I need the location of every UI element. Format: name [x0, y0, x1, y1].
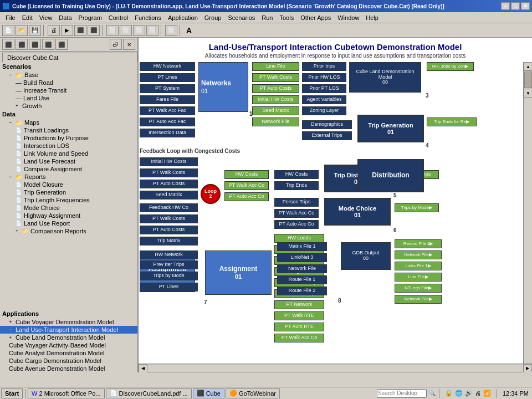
node-line-file2[interactable]: Line File▶	[395, 273, 442, 282]
start-button[interactable]: Start	[1, 388, 23, 398]
node-pt-auto-costs[interactable]: PT Auto Costs	[252, 84, 299, 93]
menu-tools[interactable]: Tools	[276, 13, 297, 22]
taskbar-pdf[interactable]: 📄 DiscoverCubeLand.pdf ...	[106, 388, 192, 398]
menu-functions[interactable]: Functions	[131, 13, 165, 22]
node-pt-walk-costs3[interactable]: PT Walk Costs	[140, 214, 198, 223]
data-highway-assignment[interactable]: 📄Highway Assignment	[0, 212, 137, 219]
scroll-thumb[interactable]	[524, 71, 532, 88]
scroll-left[interactable]: ◀	[139, 364, 147, 373]
node-trip-matrix[interactable]: Trip Matrix	[140, 237, 198, 245]
tool-b2[interactable]: ⬛	[88, 25, 100, 36]
node-network-file4[interactable]: Network File▶	[395, 295, 442, 304]
app-cube-activity[interactable]: Cube Voyager Activity-Based Model	[0, 341, 137, 349]
node-pt-walk-costs2[interactable]: PT Walk Costs	[140, 168, 198, 177]
node-mode-choice[interactable]: Mode Choice 01	[324, 198, 391, 226]
scenario-build-road[interactable]: — Build Road	[0, 79, 137, 86]
node-hw-costs-r[interactable]: HW Costs	[274, 170, 319, 179]
node-matrix-file[interactable]: Matrix File 1	[277, 242, 327, 251]
node-zoning-layer[interactable]: Zoning Layer	[302, 106, 346, 115]
node-hw-loads[interactable]: HW Loads	[274, 234, 324, 243]
node-hw-network[interactable]: HW Network	[140, 62, 195, 71]
panel-btn3[interactable]: ⬛	[29, 39, 41, 50]
node-pt-walk-acc-co[interactable]: PT Walk Acc Co	[224, 181, 269, 190]
node-distribution[interactable]: Distribution	[357, 159, 424, 192]
node-pt-auto-costs3[interactable]: PT Auto Costs	[140, 226, 198, 234]
panel-restore[interactable]: 🗗	[110, 39, 122, 50]
node-pt-walk-acc-low[interactable]: PT Walk Acc Co	[274, 334, 324, 342]
node-pt-walk-acc-t[interactable]: PT Walk Acc Co	[274, 209, 319, 218]
data-reports[interactable]: − 📁 Reports	[0, 173, 137, 181]
node-prior-trips[interactable]: Prior trips	[302, 62, 346, 71]
scenario-increase-transit[interactable]: — Increase Transit	[0, 86, 137, 94]
node-pt-lines[interactable]: PT Lines	[140, 73, 195, 82]
node-initial-hw-costs2[interactable]: Initial HW Costs	[140, 157, 198, 166]
panel-btn5[interactable]: ⬛	[55, 39, 68, 50]
catalog-tab[interactable]: Discover Cube.Cat	[2, 53, 137, 62]
node-network-file[interactable]: Network File	[252, 117, 299, 126]
taskbar-webinar[interactable]: 🟠 GoToWebinar	[226, 388, 280, 398]
node-trip-generation[interactable]: Trip Generation 01	[357, 115, 424, 142]
taskbar-cube[interactable]: ⬛ Cube	[193, 388, 224, 398]
app-cube-analyst[interactable]: Cube Analyst Demonstration Model	[0, 349, 137, 357]
node-trips-by-mode2[interactable]: Trips by Mode	[140, 272, 198, 280]
menu-help[interactable]: Help	[362, 13, 382, 22]
node-agent-variables[interactable]: Agent Variables	[302, 95, 346, 104]
node-fares-file[interactable]: Fares File	[140, 95, 195, 104]
node-ntlegs-file[interactable]: NTLegs File▶	[395, 284, 442, 293]
node-line-file[interactable]: Line File	[252, 62, 299, 71]
tool-save[interactable]: 💾	[29, 25, 41, 36]
tool-b5[interactable]: ⬜	[133, 25, 145, 36]
menu-scenarios[interactable]: Scenarios	[224, 13, 258, 22]
data-compare-assignment[interactable]: 📄Compare Assignment	[0, 165, 137, 173]
node-seed-matrix[interactable]: Seed Matrix	[252, 106, 299, 115]
tool-b1[interactable]: ⬛	[74, 25, 86, 36]
app-cube-avenue[interactable]: Cube Avenue Demonstration Model	[0, 365, 137, 372]
scroll-up[interactable]: ▲	[524, 62, 532, 71]
node-pt-lines2[interactable]: PT Lines	[140, 283, 198, 291]
tool-print[interactable]: 🖨	[48, 25, 60, 36]
node-trips-by-mode[interactable]: Trips by Mode▶	[395, 203, 439, 212]
data-land-use-forecast[interactable]: 📄Land Use Forecast	[0, 157, 137, 165]
maximize-button[interactable]: □	[511, 2, 520, 10]
node-intersection-data[interactable]: Intersection Data	[140, 129, 195, 137]
node-prior-hw-los[interactable]: Prior HW LOS	[302, 73, 346, 82]
node-prev-iter-trips2[interactable]: Prev Iter Trips	[140, 260, 198, 269]
tool-b4[interactable]: ⬜	[120, 25, 132, 36]
node-pt-walk-acc[interactable]: PT Walk Acc Fac	[140, 106, 195, 115]
app-cube-voyager[interactable]: + Cube Voyager Demonstration Model	[0, 318, 137, 326]
scenario-land-use[interactable]: — Land Use	[0, 94, 137, 102]
menu-application[interactable]: Application	[165, 13, 201, 22]
node-trip-ends-r[interactable]: Trip Ends	[274, 181, 319, 190]
close-button[interactable]: ✕	[521, 2, 530, 10]
app-cube-land[interactable]: + Cube Land Demonstration Model	[0, 334, 137, 341]
scenario-base[interactable]: − 📁 Base	[0, 71, 137, 79]
data-land-use-report[interactable]: 📄Land Use Report	[0, 219, 137, 227]
tool-b7[interactable]: ⬜	[165, 25, 177, 36]
menu-window[interactable]: Window	[334, 13, 362, 22]
data-comparison-reports[interactable]: + 📁Comparison Reports	[0, 227, 137, 235]
menu-edit[interactable]: Edit	[19, 13, 36, 22]
scrollbar-vertical[interactable]: ▲ ▼	[523, 62, 532, 364]
panel-close[interactable]: ✕	[123, 39, 135, 50]
tool-open[interactable]: 📂	[16, 25, 28, 36]
scenario-growth[interactable]: + Growth	[0, 102, 137, 110]
node-feedback-hw[interactable]: Feedback HW Co	[140, 203, 198, 212]
menu-file[interactable]: File	[2, 13, 19, 22]
scroll-down[interactable]: ▼	[524, 89, 532, 98]
node-route-file1[interactable]: Route File 1	[277, 275, 327, 284]
menu-view[interactable]: View	[36, 13, 56, 22]
node-pt-auto-costs2[interactable]: PT Auto Costs	[140, 180, 198, 188]
node-pt-auto-acc-t[interactable]: PT Auto Acc Co	[274, 220, 319, 229]
node-pt-network[interactable]: PT Network	[274, 300, 324, 309]
node-hh-jobs[interactable]: HH, Jobs by Zon▶	[427, 62, 474, 71]
node-pt-walk-rte[interactable]: PT Walk RTE	[274, 311, 324, 320]
node-route-file2[interactable]: Route File 2	[277, 287, 327, 295]
minimize-button[interactable]: −	[501, 2, 510, 10]
data-mode-choice[interactable]: 📄Mode Choice	[0, 204, 137, 212]
taskbar-word[interactable]: W 2 Microsoft Office Po...	[28, 388, 104, 398]
node-assignment-box[interactable]: Assignment 01	[205, 250, 272, 295]
node-cube-land-demo[interactable]: Cube Land Demonstration Model 00	[349, 62, 421, 93]
panel-btn4[interactable]: ⬛	[42, 39, 54, 50]
menu-control[interactable]: Control	[105, 13, 131, 22]
node-pt-walk-costs[interactable]: PT Walk Costs	[252, 73, 299, 82]
